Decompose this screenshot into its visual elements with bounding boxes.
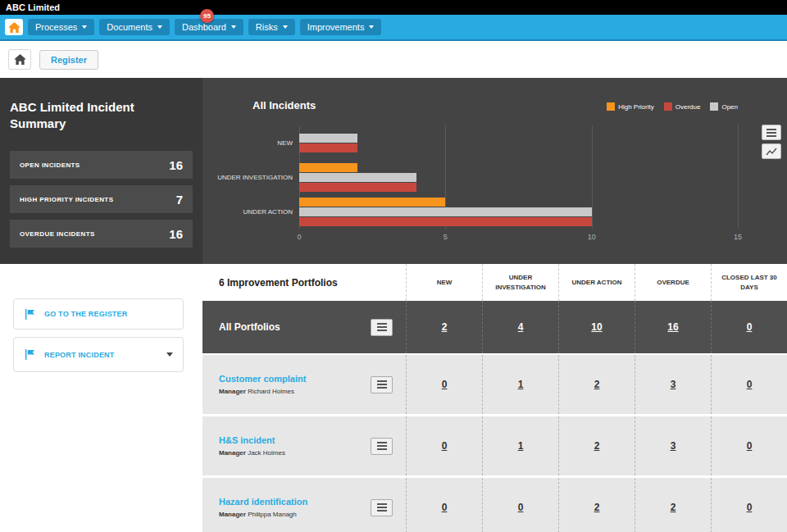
all-row-values: 2410160 [406,301,787,353]
nav-item-processes[interactable]: Processes [28,19,94,35]
table-header: 6 Improvement Portfolios NEWUNDER INVEST… [202,264,787,301]
go-to-register-label: GO TO THE REGISTER [44,310,127,318]
count-link[interactable]: 16 [667,321,678,333]
x-tick-label: 5 [444,233,448,241]
count-cell: 1 [482,355,558,414]
count-link[interactable]: 0 [518,502,524,513]
count-link[interactable]: 1 [518,440,524,452]
nav-item-label: Dashboard [182,22,226,32]
legend-item: High Priority [607,102,654,111]
manager-name: Richard Holmes [246,388,294,395]
chart-view-button[interactable] [762,143,781,159]
list-icon [377,442,387,450]
count-link[interactable]: 2 [594,440,600,452]
legend-label: Overdue [676,103,701,111]
chevron-down-icon [231,25,236,29]
portfolio-name-link[interactable]: Hazard identification [219,497,307,507]
count-cell: 2 [558,416,635,475]
chevron-down-icon [369,25,374,29]
count-link[interactable]: 0 [442,379,448,390]
count-link[interactable]: 1 [518,379,524,390]
list-icon [377,503,387,512]
stat-value: 7 [176,193,183,207]
row-list-button[interactable] [371,438,393,455]
count-cell: 2 [635,478,711,532]
row-list-button[interactable] [371,376,393,393]
go-to-register-button[interactable]: GO TO THE REGISTER [13,298,184,330]
count-cell: 0 [711,416,787,475]
count-cell: 2 [406,301,482,353]
report-incident-label: REPORT INCIDENT [44,351,115,359]
count-link[interactable]: 2 [594,379,600,390]
legend-swatch [607,102,615,111]
portfolio-name-cell: Hazard identificationManager Philippa Ma… [202,478,406,532]
breadcrumb-home-button[interactable] [8,49,31,70]
bar-open[interactable] [299,173,416,182]
bar-high-priority[interactable] [299,198,445,207]
count-link[interactable]: 2 [671,502,676,513]
summary-title: ABC Limited Incident Summary [10,99,166,131]
legend-label: Open [721,103,738,111]
portfolio-table: 6 Improvement Portfolios NEWUNDER INVEST… [202,264,787,532]
bar-high-priority[interactable] [299,163,357,172]
chevron-down-icon [157,25,162,29]
count-link[interactable]: 10 [591,321,602,333]
list-icon [377,380,387,389]
count-link[interactable]: 3 [671,379,676,390]
bar-overdue[interactable] [299,143,357,152]
count-link[interactable]: 0 [747,379,753,390]
row-list-button[interactable] [371,319,393,336]
legend-item: Overdue [664,102,701,111]
lower-section: GO TO THE REGISTER REPORT INCIDENT 6 Imp… [0,264,787,532]
count-link[interactable]: 0 [442,440,448,452]
category-label: UNDER INVESTIGATION [217,174,293,181]
count-link[interactable]: 4 [518,321,524,333]
list-view-button[interactable] [762,125,781,140]
portfolio-name-link[interactable]: Customer complaint [219,374,306,384]
nav-item-label: Improvements [307,22,365,32]
portfolio-rows: Customer complaintManager Richard Holmes… [202,355,787,532]
bar-open[interactable] [299,134,357,143]
stat-label: OVERDUE INCIDENTS [20,230,95,238]
count-cell: 0 [406,478,482,532]
manager-line: Manager Richard Holmes [219,388,306,395]
count-link[interactable]: 0 [442,502,448,513]
nav-item-documents[interactable]: Documents [99,19,170,35]
legend-item: Open [710,102,738,111]
manager-line: Manager Philippa Managh [219,511,307,518]
portfolio-name-link[interactable]: H&S incident [219,435,285,445]
bar-overdue[interactable] [299,183,416,192]
x-tick-label: 15 [734,233,742,241]
count-cell: 0 [406,355,482,414]
bar-overdue[interactable] [299,217,592,226]
report-incident-button[interactable]: REPORT INCIDENT [13,337,184,372]
home-icon [8,22,20,33]
gridline [738,125,739,229]
category-label: NEW [277,139,293,147]
count-link[interactable]: 0 [747,440,753,452]
stat-overdue-incidents: OVERDUE INCIDENTS 16 [10,220,193,248]
row-list-button[interactable] [371,499,393,516]
register-tab[interactable]: Register [39,50,98,70]
count-cell: 4 [482,301,558,353]
count-link[interactable]: 2 [442,321,448,333]
count-link[interactable]: 3 [671,440,676,452]
nav-item-risks[interactable]: Risks [248,19,295,35]
bar-open[interactable] [299,207,592,216]
column-header: OVERDUE [635,264,711,301]
count-cell: 3 [635,416,711,475]
count-link[interactable]: 0 [747,502,753,513]
category-label: UNDER ACTION [243,208,293,216]
nav-item-improvements[interactable]: Improvements [300,19,382,35]
chevron-down-icon [283,25,288,29]
count-link[interactable]: 0 [747,321,753,333]
flag-icon [24,308,36,321]
incident-summary-panel: ABC Limited Incident Summary OPEN INCIDE… [0,78,202,264]
chevron-down-icon [82,25,87,29]
portfolio-row: Hazard identificationManager Philippa Ma… [202,478,787,532]
portfolio-info: H&S incidentManager Jack Holmes [219,435,285,457]
home-button[interactable] [5,19,23,35]
row-values: 01230 [406,355,787,414]
table-title: 6 Improvement Portfolios [202,264,406,301]
count-link[interactable]: 2 [594,502,600,513]
